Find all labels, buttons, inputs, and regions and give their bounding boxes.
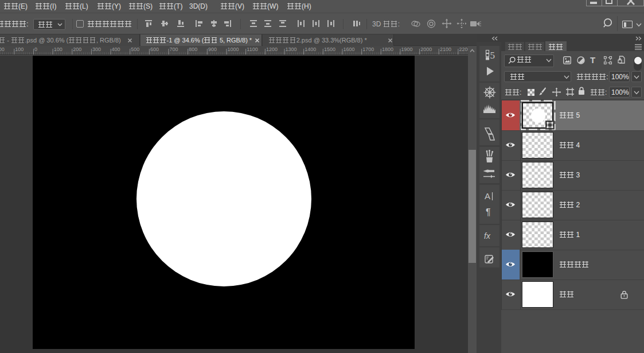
svg-text:A: A (485, 191, 490, 201)
svg-text:fx: fx (484, 231, 491, 240)
svg-text:5: 5 (490, 50, 495, 61)
svg-text:¶: ¶ (486, 207, 491, 217)
